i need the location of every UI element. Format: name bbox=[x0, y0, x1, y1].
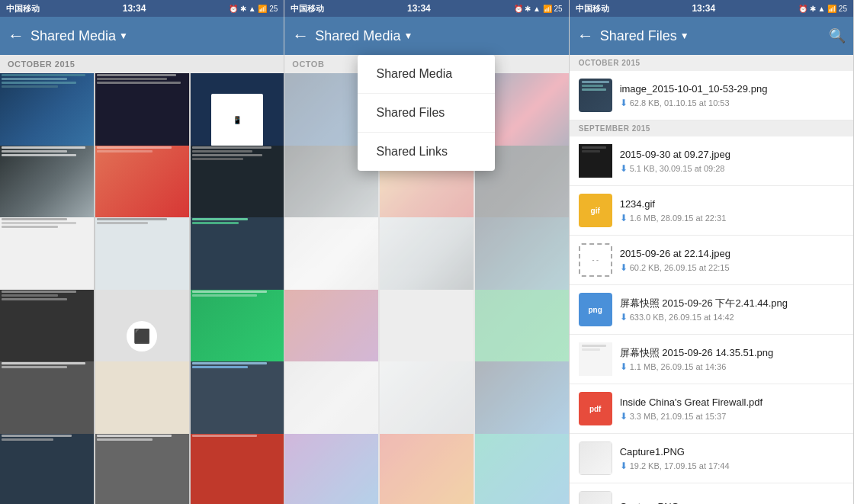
file-icon-capture bbox=[579, 491, 612, 504]
section-label-october: OCTOBER 2015 bbox=[570, 55, 853, 71]
file-item[interactable]: pdf Inside China's Great Firewall.pdf ⬇ … bbox=[570, 384, 853, 434]
file-icon-jpeg2: - - bbox=[579, 243, 612, 277]
dropdown-arrow-1[interactable]: ▼ bbox=[119, 30, 128, 41]
file-info: Capture.PNG bbox=[620, 500, 844, 504]
download-icon: ⬇ bbox=[620, 312, 628, 323]
header-title-1[interactable]: Shared Media ▼ bbox=[30, 28, 276, 44]
files-list: OCTOBER 2015 image_2015-10-01_10-53-29.p… bbox=[570, 55, 853, 504]
media-cell[interactable] bbox=[191, 434, 284, 505]
time-3: 13:34 bbox=[692, 3, 715, 14]
dropdown-arrow-3[interactable]: ▼ bbox=[680, 30, 689, 41]
file-meta: ⬇ 19.2 KB, 17.09.15 at 17:44 bbox=[620, 461, 844, 471]
download-icon: ⬇ bbox=[620, 361, 628, 372]
dropdown-item-shared-files[interactable]: Shared Files bbox=[358, 94, 495, 133]
file-icon-image bbox=[579, 79, 612, 112]
file-icon-png2 bbox=[579, 342, 612, 376]
file-item[interactable]: 2015-09-30 at 09.27.jpeg ⬇ 5.1 KB, 30.09… bbox=[570, 136, 853, 186]
download-icon: ⬇ bbox=[620, 262, 628, 273]
header-3: ← Shared Files ▼ 🔍 bbox=[570, 17, 853, 55]
download-icon: ⬇ bbox=[620, 163, 628, 174]
file-meta: ⬇ 62.8 KB, 01.10.15 at 10:53 bbox=[620, 98, 844, 108]
file-meta: ⬇ 1.1 MB, 26.09.15 at 14:36 bbox=[620, 361, 844, 372]
status-bar-1: 中国移动 13:34 ⏰ ✱ ▲ 📶 25 bbox=[0, 0, 284, 17]
file-item[interactable]: 屏幕快照 2015-09-26 14.35.51.png ⬇ 1.1 MB, 2… bbox=[570, 335, 853, 384]
file-icon-capture1 bbox=[579, 441, 612, 475]
file-icon-jpeg1 bbox=[579, 144, 612, 178]
file-name: Inside China's Great Firewall.pdf bbox=[620, 396, 844, 409]
status-icons-1: ⏰ ✱ ▲ 📶 25 bbox=[229, 5, 278, 13]
download-icon: ⬇ bbox=[620, 213, 628, 223]
file-name: Capture.PNG bbox=[620, 500, 844, 504]
pdf-label: pdf bbox=[589, 405, 602, 413]
media-cell[interactable]: 8 GB — 15 小时 3 bbox=[95, 434, 189, 505]
carrier-1: 中国移动 bbox=[6, 3, 40, 14]
file-info: image_2015-10-01_10-53-29.png ⬇ 62.8 KB,… bbox=[620, 82, 844, 108]
file-info: 屏幕快照 2015-09-26 下午2.41.44.png ⬇ 633.0 KB… bbox=[620, 297, 844, 323]
download-icon: ⬇ bbox=[620, 411, 628, 422]
status-icons-2: ⏰ ✱ ▲ 📶 25 bbox=[514, 5, 563, 13]
file-name: 1234.gif bbox=[620, 197, 844, 211]
download-icon: ⬇ bbox=[620, 461, 628, 471]
status-icons-3: ⏰ ✱ ▲ 📶 25 bbox=[798, 5, 847, 13]
panel-shared-files: 中国移动 13:34 ⏰ ✱ ▲ 📶 25 ← Shared Files ▼ 🔍… bbox=[570, 0, 854, 504]
file-meta: ⬇ 5.1 KB, 30.09.15 at 09:28 bbox=[620, 163, 844, 174]
time-2: 13:34 bbox=[407, 3, 431, 14]
file-info: 2015-09-26 at 22.14.jpeg ⬇ 60.2 KB, 26.0… bbox=[620, 247, 844, 273]
file-info: 1234.gif ⬇ 1.6 MB, 28.09.15 at 22:31 bbox=[620, 197, 844, 223]
dropdown-item-shared-media[interactable]: Shared Media bbox=[358, 55, 495, 94]
file-name: 2015-09-30 at 09.27.jpeg bbox=[620, 148, 844, 162]
dropdown-overlay: Shared Media Shared Files Shared Links bbox=[284, 55, 568, 504]
panel-shared-media-dropdown: 中国移动 13:34 ⏰ ✱ ▲ 📶 25 ← Shared Media ▼ O… bbox=[284, 0, 569, 504]
file-name: 屏幕快照 2015-09-26 下午2.41.44.png bbox=[620, 297, 844, 310]
file-name: 2015-09-26 at 22.14.jpeg bbox=[620, 247, 844, 261]
file-item[interactable]: Capture1.PNG ⬇ 19.2 KB, 17.09.15 at 17:4… bbox=[570, 434, 853, 483]
header-title-2[interactable]: Shared Media ▼ bbox=[315, 28, 560, 44]
section-label-september: SEPTEMBER 2015 bbox=[570, 120, 853, 136]
file-info: 2015-09-30 at 09.27.jpeg ⬇ 5.1 KB, 30.09… bbox=[620, 148, 844, 174]
file-meta: ⬇ 633.0 KB, 26.09.15 at 14:42 bbox=[620, 312, 844, 323]
back-button-1[interactable]: ← bbox=[8, 26, 24, 46]
time-1: 13:34 bbox=[123, 3, 146, 14]
file-icon-pdf: pdf bbox=[579, 392, 612, 425]
back-button-3[interactable]: ← bbox=[577, 26, 594, 46]
header-2: ← Shared Media ▼ bbox=[284, 17, 568, 55]
file-name: Capture1.PNG bbox=[620, 445, 844, 459]
file-info: Inside China's Great Firewall.pdf ⬇ 3.3 … bbox=[620, 396, 844, 422]
file-item[interactable]: png 屏幕快照 2015-09-26 下午2.41.44.png ⬇ 633.… bbox=[570, 285, 853, 335]
panel-shared-media: 中国移动 13:34 ⏰ ✱ ▲ 📶 25 ← Shared Media ▼ O… bbox=[0, 0, 284, 504]
file-meta: ⬇ 1.6 MB, 28.09.15 at 22:31 bbox=[620, 213, 844, 223]
dropdown-menu: Shared Media Shared Files Shared Links bbox=[358, 55, 495, 171]
dropdown-item-shared-links[interactable]: Shared Links bbox=[358, 133, 495, 171]
file-name: image_2015-10-01_10-53-29.png bbox=[620, 82, 844, 96]
gif-label: gif bbox=[591, 207, 600, 215]
file-meta: ⬇ 3.3 MB, 21.09.15 at 15:37 bbox=[620, 411, 844, 422]
media-cell[interactable]: 1.79 GB — 正在计 bbox=[0, 434, 94, 505]
file-info: 屏幕快照 2015-09-26 14.35.51.png ⬇ 1.1 MB, 2… bbox=[620, 346, 844, 372]
file-item[interactable]: image_2015-10-01_10-53-29.png ⬇ 62.8 KB,… bbox=[570, 71, 853, 120]
back-button-2[interactable]: ← bbox=[292, 26, 309, 46]
file-icon-png1: png bbox=[579, 293, 612, 326]
status-bar-2: 中国移动 13:34 ⏰ ✱ ▲ 📶 25 bbox=[284, 0, 568, 17]
file-meta: ⬇ 60.2 KB, 26.09.15 at 22:15 bbox=[620, 262, 844, 273]
status-bar-3: 中国移动 13:34 ⏰ ✱ ▲ 📶 25 bbox=[570, 0, 853, 17]
png-label: png bbox=[588, 306, 602, 314]
carrier-2: 中国移动 bbox=[291, 3, 324, 14]
file-info: Capture1.PNG ⬇ 19.2 KB, 17.09.15 at 17:4… bbox=[620, 445, 844, 471]
dropdown-arrow-2[interactable]: ▼ bbox=[403, 30, 413, 41]
header-title-3[interactable]: Shared Files ▼ bbox=[600, 28, 823, 44]
search-button-3[interactable]: 🔍 bbox=[829, 27, 846, 44]
header-1: ← Shared Media ▼ bbox=[0, 17, 284, 55]
file-item[interactable]: gif 1234.gif ⬇ 1.6 MB, 28.09.15 at 22:31 bbox=[570, 186, 853, 236]
file-icon-gif: gif bbox=[579, 194, 612, 227]
download-icon: ⬇ bbox=[620, 98, 628, 108]
section-header-oct: OCTOBER 2015 bbox=[0, 55, 284, 73]
file-item[interactable]: Capture.PNG bbox=[570, 483, 853, 504]
file-item[interactable]: - - 2015-09-26 at 22.14.jpeg ⬇ 60.2 KB, … bbox=[570, 236, 853, 285]
file-name: 屏幕快照 2015-09-26 14.35.51.png bbox=[620, 346, 844, 360]
carrier-3: 中国移动 bbox=[576, 3, 609, 14]
media-grid-1: 📱 🍎 共 6.08 GB 1.79 GB — 3 分钟 ⬛OS X El Ca… bbox=[0, 73, 284, 504]
